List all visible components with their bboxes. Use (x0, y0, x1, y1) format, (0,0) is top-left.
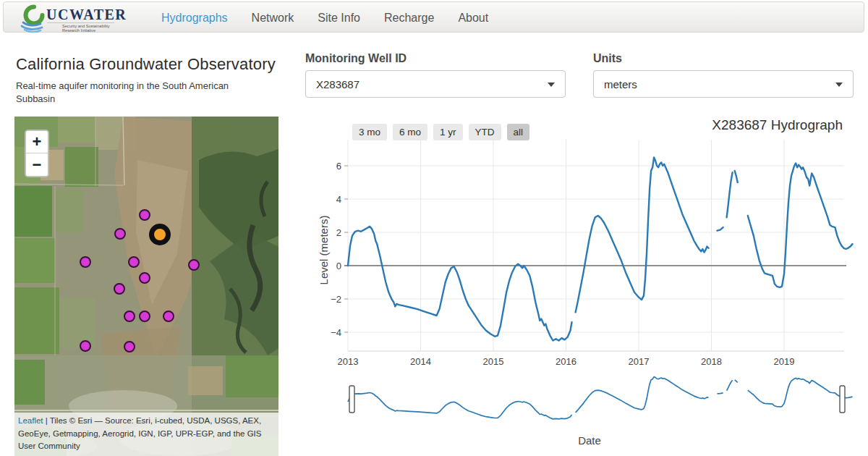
svg-text:2: 2 (336, 227, 341, 238)
satellite-basemap (14, 117, 278, 456)
attribution-text: | Tiles © Esri — Source: Esri, i-cubed, … (18, 416, 261, 450)
logo-title: UCWATER (46, 7, 127, 22)
svg-text:2014: 2014 (410, 356, 431, 367)
nav-about[interactable]: About (458, 12, 488, 25)
hydrograph-chart: 20132014201520162017201820196420−2−4 (311, 112, 868, 456)
well-marker[interactable] (188, 259, 200, 271)
rangeslider-line (348, 377, 853, 419)
well-id-value: X283687 (316, 78, 359, 90)
well-marker[interactable] (139, 311, 150, 322)
header: UCWATER Security and Sustainability Rese… (3, 1, 864, 33)
rangeslider-handle-left[interactable] (349, 386, 354, 413)
map-zoom-control: + − (25, 130, 49, 177)
logo-tagline-2: Research Initiative (62, 28, 95, 33)
well-marker[interactable] (128, 256, 140, 268)
units-select[interactable]: meters (593, 70, 854, 98)
page-subtitle: Real-time aquifer monitoring in the Sout… (16, 80, 266, 105)
svg-text:−2: −2 (331, 294, 341, 305)
page: UCWATER Security and Sustainability Rese… (0, 0, 868, 456)
page-title: California Groundwater Observatory (16, 55, 276, 74)
well-id-select[interactable]: X283687 (305, 70, 566, 98)
svg-text:2017: 2017 (629, 356, 650, 367)
well-marker-selected[interactable] (149, 224, 171, 245)
well-marker[interactable] (114, 228, 126, 240)
well-marker[interactable] (124, 311, 135, 322)
nav-hydrographs[interactable]: Hydrographs (161, 12, 228, 25)
svg-text:2016: 2016 (556, 356, 576, 367)
well-marker[interactable] (139, 209, 150, 221)
leaflet-link[interactable]: Leaflet (18, 416, 43, 425)
units-label: Units (593, 52, 622, 65)
well-marker[interactable] (124, 341, 135, 352)
well-marker[interactable] (139, 272, 150, 284)
ucwater-logo-icon: UCWATER Security and Sustainability Rese… (19, 4, 127, 33)
logo-swirl-icon (26, 7, 43, 24)
svg-text:2019: 2019 (774, 356, 795, 367)
hydrograph-svg: 20132014201520162017201820196420−2−4 (311, 112, 868, 456)
well-marker[interactable] (114, 283, 125, 295)
chevron-down-icon (835, 83, 843, 87)
rangeslider-handle-right[interactable] (840, 386, 845, 413)
range-selector: 3 mo6 mo1 yrYTDall (352, 124, 529, 140)
svg-text:2013: 2013 (338, 356, 359, 367)
range-button-all[interactable]: all (507, 124, 530, 140)
units-value: meters (604, 78, 637, 90)
nav-network[interactable]: Network (252, 12, 294, 25)
zoom-in-button[interactable]: + (26, 131, 48, 153)
ucwater-logo[interactable]: UCWATER Security and Sustainability Rese… (19, 4, 127, 35)
range-button-6-mo[interactable]: 6 mo (393, 124, 427, 140)
svg-text:6: 6 (336, 161, 341, 172)
svg-text:2015: 2015 (483, 356, 504, 367)
chevron-down-icon (548, 83, 555, 87)
svg-text:4: 4 (336, 194, 341, 205)
well-id-label: Monitoring Well ID (305, 52, 407, 65)
x-axis-title: Date (311, 434, 868, 447)
map-attribution: Leaflet | Tiles © Esri — Source: Esri, i… (14, 413, 278, 456)
svg-text:−4: −4 (331, 327, 341, 338)
well-marker[interactable] (80, 340, 91, 352)
range-button-1-yr[interactable]: 1 yr (433, 124, 463, 140)
nav-site-info[interactable]: Site Info (318, 12, 360, 25)
svg-text:0: 0 (336, 261, 341, 271)
y-axis-title: Level (meters) (318, 182, 330, 319)
range-button-YTD[interactable]: YTD (469, 124, 501, 140)
main-nav: HydrographsNetworkSite InfoRechargeAbout (161, 2, 488, 33)
hydrograph-line (348, 158, 853, 341)
map[interactable]: + − Leaflet | Tiles © Esri — Source: Esr… (14, 117, 278, 456)
range-button-3-mo[interactable]: 3 mo (352, 124, 387, 140)
svg-text:2018: 2018 (701, 356, 722, 367)
well-marker[interactable] (163, 311, 174, 322)
nav-recharge[interactable]: Recharge (384, 12, 434, 25)
zoom-out-button[interactable]: − (26, 153, 48, 176)
well-marker[interactable] (80, 256, 91, 268)
chart-title: X283687 Hydrograph (712, 117, 843, 133)
